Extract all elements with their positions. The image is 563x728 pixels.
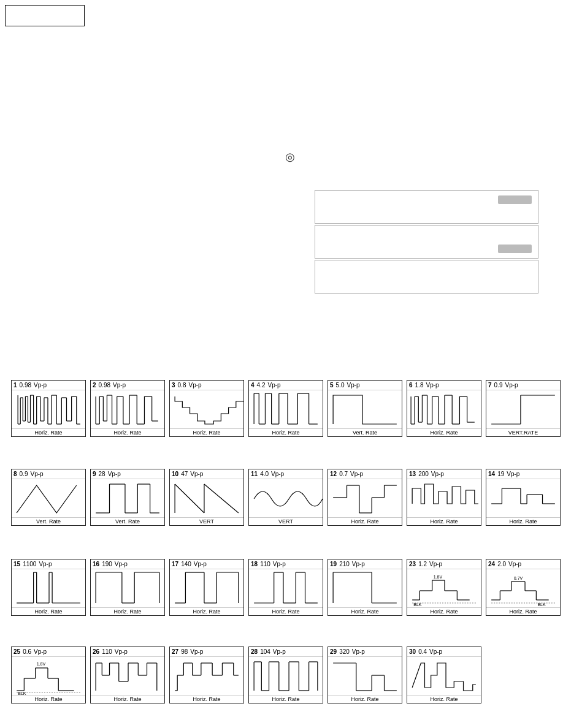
right-box-3 <box>315 260 538 294</box>
waveform-cell-1: 1 0.98 Vp-p <box>11 380 86 437</box>
waveform-cell-16: 16 190 Vp-p Horiz. Rate <box>90 559 165 616</box>
waveform-unit-1: Vp-p <box>34 382 47 389</box>
waveform-grid-row3: 15 1100 Vp-p Horiz. Rate <box>11 559 562 616</box>
waveform-cell-6: 6 1.8 Vp-p <box>407 380 481 437</box>
waveform-cell-3: 3 0.8 Vp-p Horiz. Rate <box>169 380 244 437</box>
waveform-canvas-1 <box>12 390 85 428</box>
svg-text:1.8V: 1.8V <box>434 575 443 579</box>
waveform-cell-11: 11 4.0 Vp-p VERT <box>248 469 323 526</box>
waveform-cell-4: 4 4.2 Vp-p <box>248 380 323 437</box>
waveform-grid-row1: 1 0.98 Vp-p <box>11 380 562 437</box>
waveform-cell-13: 13 200 Vp-p Horiz. Rate <box>407 469 481 526</box>
waveform-cell-7: 7 0.9 Vp-p VERT.RATE <box>486 380 561 437</box>
waveform-cell-12: 12 0.7 Vp-p Horiz. Rate <box>327 469 402 526</box>
waveform-cell-9: 9 28 Vp-p Vert. Rate <box>90 469 165 526</box>
waveform-cell-25: 25 0.6 Vp-p 1.8V BLK <box>11 646 86 703</box>
svg-line-109 <box>204 484 239 513</box>
waveform-canvas-4 <box>249 390 323 428</box>
waveform-canvas-3 <box>170 390 243 428</box>
waveform-header-5: 5 5.0 Vp-p <box>328 381 402 390</box>
waveform-canvas-7 <box>486 390 560 428</box>
waveform-grid-row4: 25 0.6 Vp-p 1.8V BLK <box>11 646 483 703</box>
waveform-cell-10: 10 47 Vp-p VERT <box>169 469 244 526</box>
waveform-cell-17: 17 140 Vp-p Horiz. Rate <box>169 559 244 616</box>
top-left-box <box>5 5 85 26</box>
right-box-1 <box>315 190 538 224</box>
waveform-cell-30: 30 0.4 Vp-p Horiz. Rate <box>407 646 481 703</box>
waveform-canvas-6 <box>407 390 481 428</box>
waveform-cell-14: 14 19 Vp-p Horiz. Rate <box>486 469 561 526</box>
waveform-cell-2: 2 0.98 Vp-p <box>90 380 165 437</box>
waveform-header-6: 6 1.8 Vp-p <box>407 381 481 390</box>
right-boxes <box>315 190 538 295</box>
svg-text:BLK: BLK <box>413 602 422 607</box>
waveform-header-2: 2 0.98 Vp-p <box>91 381 164 390</box>
svg-text:1.8V: 1.8V <box>37 662 46 666</box>
waveform-cell-15: 15 1100 Vp-p Horiz. Rate <box>11 559 86 616</box>
waveform-header-1: 1 0.98 Vp-p <box>12 381 85 390</box>
waveform-cell-28: 28 104 Vp-p <box>248 646 323 703</box>
waveform-header-3: 3 0.8 Vp-p <box>170 381 243 390</box>
waveform-footer-1: Horiz. Rate <box>12 428 85 436</box>
waveform-cell-29: 29 320 Vp-p Horiz. Rate <box>327 646 402 703</box>
waveform-cell-18: 18 110 Vp-p Horiz. Rate <box>248 559 323 616</box>
gray-bar-1 <box>498 195 532 204</box>
svg-text:0.7V: 0.7V <box>514 576 523 580</box>
waveform-cell-5: 5 5.0 Vp-p Vert. Rate <box>327 380 402 437</box>
waveform-cell-8: 8 0.9 Vp-p Vert. Rate <box>11 469 86 526</box>
waveform-num-1: 1 <box>13 382 17 389</box>
waveform-cell-26: 26 110 Vp-p <box>90 646 165 703</box>
waveform-cell-24: 24 2.0 Vp-p 0.7V BLK <box>486 559 561 616</box>
waveform-canvas-5 <box>328 390 402 428</box>
svg-line-107 <box>175 484 204 513</box>
waveform-grid-row2: 8 0.9 Vp-p Vert. Rate 9 28 Vp-p <box>11 469 562 526</box>
svg-text:BLK: BLK <box>537 602 546 607</box>
right-box-2 <box>315 225 538 259</box>
waveform-cell-19: 19 210 Vp-p Horiz. Rate <box>327 559 402 616</box>
gray-bar-2 <box>498 245 532 253</box>
waveform-cell-27: 27 98 Vp-p <box>169 646 244 703</box>
waveform-header-4: 4 4.2 Vp-p <box>249 381 323 390</box>
waveform-header-7: 7 0.9 Vp-p <box>486 381 560 390</box>
waveform-val-1: 0.98 <box>20 382 31 389</box>
eye-icon: ◎ <box>285 150 295 164</box>
waveform-canvas-2 <box>91 390 164 428</box>
svg-text:BLK: BLK <box>18 691 26 695</box>
waveform-cell-23: 23 1.2 Vp-p 1.8V <box>407 559 481 616</box>
